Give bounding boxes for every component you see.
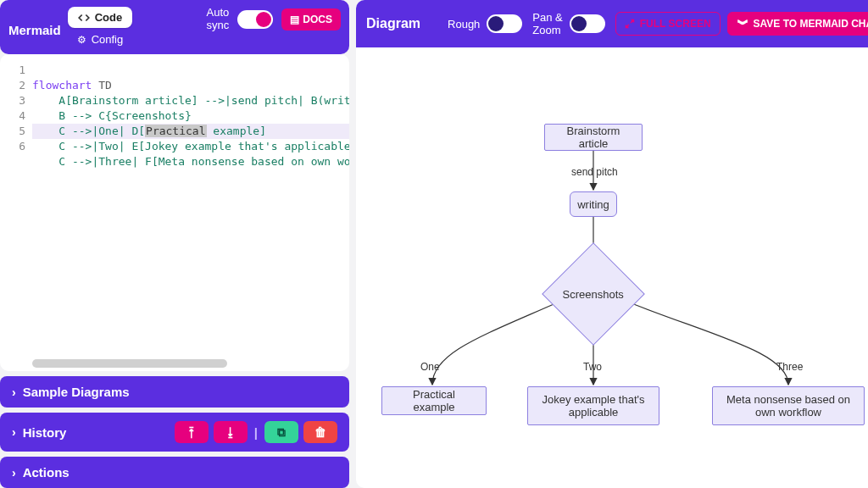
line-gutter: 123456 — [0, 59, 32, 371]
expand-icon — [625, 19, 635, 29]
download-icon: ⭳ — [225, 425, 236, 439]
node-practical[interactable]: Practical example — [381, 386, 487, 415]
edge-label-send-pitch: send pitch — [571, 166, 618, 178]
chevron-right-icon: › — [12, 385, 16, 399]
autosync-toggle[interactable] — [237, 10, 273, 29]
accordion-label: Sample Diagrams — [23, 385, 130, 399]
node-jokey[interactable]: Jokey example that's applicable — [527, 386, 659, 425]
node-meta[interactable]: Meta nonsense based on own workflow — [712, 386, 865, 425]
accordion-sample-diagrams[interactable]: › Sample Diagrams — [0, 376, 349, 408]
panzoom-label: Pan & Zoom — [532, 11, 562, 36]
fullscreen-label: FULL SCREEN — [640, 18, 711, 30]
node-brainstorm[interactable]: Brainstorm article — [544, 124, 643, 151]
code-icon — [78, 12, 90, 24]
save-chart-label: SAVE TO MERMAID CHART — [754, 18, 868, 30]
tab-config[interactable]: ⚙ Config — [68, 30, 133, 49]
edge-label-three: Three — [776, 361, 803, 373]
delete-button[interactable]: 🗑 — [303, 421, 337, 443]
save-chart-button[interactable]: SAVE TO MERMAID CHART — [727, 12, 868, 36]
rough-label: Rough — [448, 18, 480, 30]
separator: | — [253, 425, 259, 440]
trash-icon: 🗑 — [314, 425, 326, 439]
chevron-right-icon: › — [12, 425, 16, 439]
panzoom-toggle[interactable] — [570, 14, 605, 33]
code-area[interactable]: flowchart TD A[Brainstorm article] -->|s… — [32, 59, 349, 371]
accordion-label: Actions — [23, 465, 70, 480]
upload-button[interactable]: ⭱ — [175, 421, 209, 443]
copy-button[interactable]: ⧉ — [264, 421, 298, 443]
upload-icon: ⭱ — [186, 425, 198, 439]
node-writing[interactable]: writing — [570, 191, 617, 217]
mermaid-panel-header: Mermaid Code ⚙ Config Auto sync ▤ DOCS — [0, 0, 349, 54]
chevron-right-icon: › — [12, 466, 16, 480]
edge-label-one: One — [420, 361, 440, 373]
history-actions: ⭱ ⭳ | ⧉ 🗑 — [175, 421, 337, 443]
docs-button[interactable]: ▤ DOCS — [281, 8, 341, 30]
horizontal-scrollbar[interactable] — [32, 359, 227, 368]
book-icon: ▤ — [290, 14, 299, 25]
copy-icon: ⧉ — [277, 425, 286, 440]
gear-icon: ⚙ — [77, 34, 86, 46]
diagram-canvas[interactable]: Brainstorm article send pitch writing Sc… — [356, 47, 868, 488]
mermaid-icon — [737, 19, 748, 29]
diagram-panel-header: Diagram Rough Pan & Zoom FULL SCREEN SAV… — [356, 0, 868, 47]
fullscreen-button[interactable]: FULL SCREEN — [615, 12, 721, 36]
tab-code[interactable]: Code — [68, 7, 133, 28]
tab-config-label: Config — [92, 33, 124, 46]
docs-label: DOCS — [303, 14, 332, 25]
diagram-title: Diagram — [366, 16, 420, 31]
download-button[interactable]: ⭳ — [214, 421, 248, 443]
accordion-label: History — [23, 425, 67, 440]
brand-title: Mermaid — [8, 23, 61, 37]
rough-toggle[interactable] — [487, 14, 522, 33]
accordion-history[interactable]: › History ⭱ ⭳ | ⧉ 🗑 — [0, 413, 349, 452]
tab-code-label: Code — [95, 11, 123, 24]
edge-label-two: Two — [583, 361, 602, 373]
accordion-actions[interactable]: › Actions — [0, 457, 349, 488]
code-editor[interactable]: 123456 flowchart TD A[Brainstorm article… — [0, 54, 349, 371]
autosync-label: Auto sync — [207, 7, 230, 32]
